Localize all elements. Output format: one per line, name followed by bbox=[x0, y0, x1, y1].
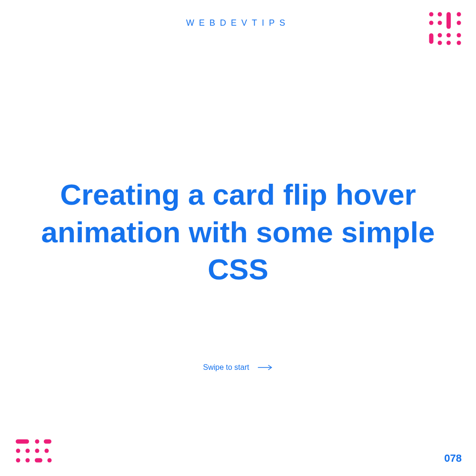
svg-point-9 bbox=[438, 33, 442, 38]
svg-point-23 bbox=[26, 458, 30, 463]
decoration-bottom-left-icon bbox=[15, 439, 52, 466]
svg-point-20 bbox=[35, 449, 40, 453]
svg-rect-8 bbox=[429, 33, 434, 44]
svg-rect-17 bbox=[44, 439, 51, 444]
decoration-top-right-icon bbox=[428, 11, 463, 48]
svg-point-2 bbox=[438, 12, 442, 17]
brand-label: WEBDEVTIPS bbox=[186, 18, 290, 28]
svg-point-4 bbox=[457, 12, 461, 17]
svg-point-13 bbox=[446, 41, 451, 45]
svg-point-14 bbox=[457, 41, 461, 45]
svg-point-22 bbox=[16, 458, 20, 463]
svg-point-11 bbox=[457, 33, 461, 38]
svg-point-25 bbox=[48, 458, 52, 463]
svg-point-6 bbox=[438, 21, 442, 25]
svg-rect-15 bbox=[16, 439, 29, 444]
swipe-label: Swipe to start bbox=[203, 363, 249, 372]
swipe-to-start[interactable]: Swipe to start bbox=[203, 363, 273, 372]
svg-point-19 bbox=[26, 449, 30, 453]
page-title: Creating a card flip hover animation wit… bbox=[24, 176, 452, 288]
svg-point-21 bbox=[45, 449, 49, 453]
arrow-right-icon bbox=[258, 365, 273, 370]
svg-point-5 bbox=[429, 21, 434, 25]
svg-point-18 bbox=[16, 449, 20, 453]
svg-rect-3 bbox=[446, 12, 451, 29]
svg-rect-24 bbox=[35, 458, 42, 463]
page-number: 078 bbox=[444, 452, 462, 465]
svg-point-1 bbox=[429, 12, 434, 17]
svg-point-10 bbox=[446, 33, 451, 38]
svg-point-16 bbox=[35, 439, 40, 444]
svg-point-7 bbox=[457, 21, 461, 25]
svg-point-12 bbox=[438, 41, 442, 45]
